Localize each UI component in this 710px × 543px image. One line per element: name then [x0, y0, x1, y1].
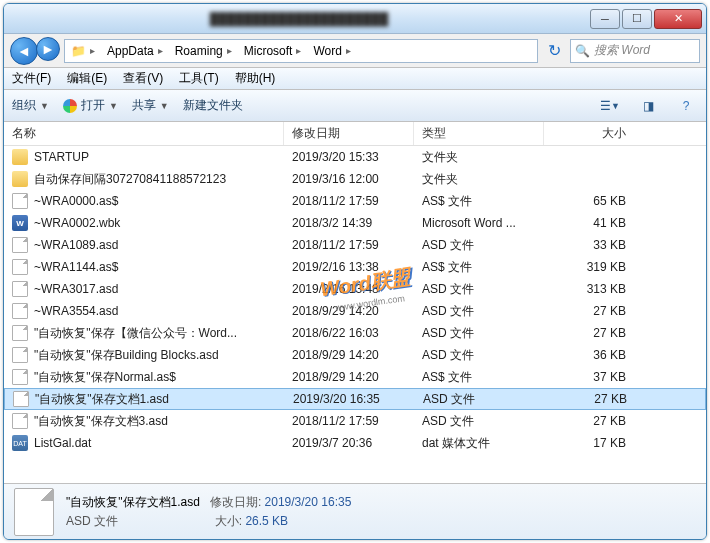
file-icon: [12, 237, 28, 253]
menu-view[interactable]: 查看(V): [123, 70, 163, 87]
refresh-button[interactable]: ↻: [542, 39, 566, 63]
file-row[interactable]: ~WRA3017.asd2019/2/16 13:48ASD 文件313 KB: [4, 278, 706, 300]
titlebar[interactable]: █████████████████████ ─ ☐ ✕: [4, 4, 706, 34]
file-size: 41 KB: [544, 216, 634, 230]
share-button[interactable]: 共享 ▼: [132, 97, 169, 114]
folder-icon: 📁: [71, 44, 86, 58]
view-options-button[interactable]: ☰ ▼: [598, 94, 622, 118]
column-type[interactable]: 类型: [414, 122, 544, 145]
file-icon: [12, 347, 28, 363]
file-list: 名称 修改日期 类型 大小 STARTUP2019/3/20 15:33文件夹自…: [4, 122, 706, 483]
file-row[interactable]: W~WRA0002.wbk2018/3/2 14:39Microsoft Wor…: [4, 212, 706, 234]
file-type: 文件夹: [414, 149, 544, 166]
column-name[interactable]: 名称: [4, 122, 284, 145]
file-name: ~WRA1089.asd: [34, 238, 118, 252]
close-button[interactable]: ✕: [654, 9, 702, 29]
file-row[interactable]: ~WRA1144.as$2019/2/16 13:38AS$ 文件319 KB: [4, 256, 706, 278]
forward-button[interactable]: ►: [36, 37, 60, 61]
file-type: AS$ 文件: [414, 259, 544, 276]
file-type: dat 媒体文件: [414, 435, 544, 452]
menu-file[interactable]: 文件(F): [12, 70, 51, 87]
file-date: 2018/11/2 17:59: [284, 414, 414, 428]
file-type: 文件夹: [414, 171, 544, 188]
column-date[interactable]: 修改日期: [284, 122, 414, 145]
file-row[interactable]: 自动保存间隔3072708411885721232019/3/16 12:00文…: [4, 168, 706, 190]
file-type: ASD 文件: [414, 237, 544, 254]
window-title: █████████████████████: [8, 12, 590, 26]
file-date: 2018/3/2 14:39: [284, 216, 414, 230]
file-type: ASD 文件: [414, 281, 544, 298]
search-input[interactable]: 🔍搜索 Word: [570, 39, 700, 63]
file-size: 27 KB: [544, 326, 634, 340]
window-controls: ─ ☐ ✕: [590, 9, 702, 29]
file-row[interactable]: "自动恢复"保存文档1.asd2019/3/20 16:35ASD 文件27 K…: [4, 388, 706, 410]
file-row[interactable]: STARTUP2019/3/20 15:33文件夹: [4, 146, 706, 168]
open-button[interactable]: 打开 ▼: [63, 97, 118, 114]
file-type: AS$ 文件: [414, 369, 544, 386]
file-type: ASD 文件: [414, 347, 544, 364]
file-name: STARTUP: [34, 150, 89, 164]
preview-pane-button[interactable]: ◨: [636, 94, 660, 118]
file-icon: [12, 281, 28, 297]
file-row[interactable]: "自动恢复"保存【微信公众号：Word...2018/6/22 16:03ASD…: [4, 322, 706, 344]
file-date: 2018/9/29 14:20: [284, 304, 414, 318]
file-row[interactable]: "自动恢复"保存Building Blocks.asd2018/9/29 14:…: [4, 344, 706, 366]
folder-icon: [12, 149, 28, 165]
file-date: 2019/2/16 13:38: [284, 260, 414, 274]
breadcrumb-item[interactable]: Roaming▸: [169, 40, 238, 62]
file-date: 2018/6/22 16:03: [284, 326, 414, 340]
file-date: 2018/11/2 17:59: [284, 238, 414, 252]
file-type: ASD 文件: [415, 391, 545, 408]
file-row[interactable]: "自动恢复"保存Normal.as$2018/9/29 14:20AS$ 文件3…: [4, 366, 706, 388]
explorer-window: █████████████████████ ─ ☐ ✕ ◄ ► 📁▸ AppDa…: [3, 3, 707, 540]
open-icon: [63, 99, 77, 113]
file-name: ~WRA0002.wbk: [34, 216, 120, 230]
file-size: 319 KB: [544, 260, 634, 274]
help-icon[interactable]: ?: [674, 94, 698, 118]
navigation-bar: ◄ ► 📁▸ AppData▸ Roaming▸ Microsoft▸ Word…: [4, 34, 706, 68]
file-size: 27 KB: [544, 414, 634, 428]
breadcrumb-item[interactable]: AppData▸: [101, 40, 169, 62]
minimize-button[interactable]: ─: [590, 9, 620, 29]
file-date: 2018/11/2 17:59: [284, 194, 414, 208]
file-row[interactable]: ~WRA3554.asd2018/9/29 14:20ASD 文件27 KB: [4, 300, 706, 322]
column-headers: 名称 修改日期 类型 大小: [4, 122, 706, 146]
file-size: 313 KB: [544, 282, 634, 296]
organize-button[interactable]: 组织 ▼: [12, 97, 49, 114]
file-row[interactable]: ~WRA1089.asd2018/11/2 17:59ASD 文件33 KB: [4, 234, 706, 256]
file-name: "自动恢复"保存Normal.as$: [34, 369, 176, 386]
file-icon: [12, 259, 28, 275]
file-row[interactable]: DATListGal.dat2019/3/7 20:36dat 媒体文件17 K…: [4, 432, 706, 454]
file-row[interactable]: ~WRA0000.as$2018/11/2 17:59AS$ 文件65 KB: [4, 190, 706, 212]
file-icon: [12, 325, 28, 341]
file-type: ASD 文件: [414, 413, 544, 430]
file-type: AS$ 文件: [414, 193, 544, 210]
file-size: 27 KB: [545, 392, 635, 406]
new-folder-button[interactable]: 新建文件夹: [183, 97, 243, 114]
file-name: ~WRA1144.as$: [34, 260, 118, 274]
file-name: ~WRA3017.asd: [34, 282, 118, 296]
breadcrumb-item[interactable]: Word▸: [307, 40, 356, 62]
toolbar: 组织 ▼ 打开 ▼ 共享 ▼ 新建文件夹 ☰ ▼ ◨ ?: [4, 90, 706, 122]
column-size[interactable]: 大小: [544, 122, 634, 145]
menu-bar: 文件(F) 编辑(E) 查看(V) 工具(T) 帮助(H): [4, 68, 706, 90]
folder-icon: [12, 171, 28, 187]
details-filename: "自动恢复"保存文档1.asd: [66, 495, 200, 509]
file-size: 27 KB: [544, 304, 634, 318]
address-bar[interactable]: 📁▸ AppData▸ Roaming▸ Microsoft▸ Word▸: [64, 39, 538, 63]
menu-edit[interactable]: 编辑(E): [67, 70, 107, 87]
maximize-button[interactable]: ☐: [622, 9, 652, 29]
file-name: "自动恢复"保存【微信公众号：Word...: [34, 325, 237, 342]
menu-help[interactable]: 帮助(H): [235, 70, 276, 87]
file-name: ~WRA3554.asd: [34, 304, 118, 318]
file-row[interactable]: "自动恢复"保存文档3.asd2018/11/2 17:59ASD 文件27 K…: [4, 410, 706, 432]
dat-icon: DAT: [12, 435, 28, 451]
back-button[interactable]: ◄: [10, 37, 38, 65]
file-date: 2019/3/20 15:33: [284, 150, 414, 164]
file-icon: [12, 369, 28, 385]
file-size: 33 KB: [544, 238, 634, 252]
breadcrumb-item[interactable]: Microsoft▸: [238, 40, 308, 62]
menu-tools[interactable]: 工具(T): [179, 70, 218, 87]
file-name: "自动恢复"保存文档3.asd: [34, 413, 168, 430]
file-name: ListGal.dat: [34, 436, 91, 450]
